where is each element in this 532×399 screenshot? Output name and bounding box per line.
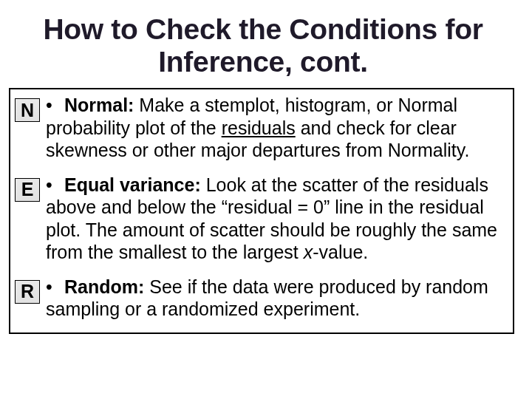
condition-text-random: • Random: See if the data were produced …	[44, 276, 502, 321]
condition-text-normal: • Normal: Make a stemplot, histogram, or…	[44, 94, 502, 162]
term-normal: Normal:	[64, 95, 134, 115]
letter-badge-r: R	[15, 280, 40, 304]
term-equalvar: Equal variance:	[64, 174, 201, 195]
underlined-residuals: residuals	[222, 117, 296, 138]
italic-x: x	[304, 242, 313, 262]
condition-row-normal: N • Normal: Make a stemplot, histogram, …	[13, 92, 510, 166]
slide: How to Check the Conditions for Inferenc…	[0, 0, 532, 399]
condition-row-random: R • Random: See if the data were produce…	[13, 268, 510, 325]
content-box: N • Normal: Make a stemplot, histogram, …	[9, 88, 514, 334]
letter-badge-e: E	[15, 178, 40, 202]
page-title: How to Check the Conditions for Inferenc…	[9, 13, 517, 88]
bullet-dot: •	[46, 94, 59, 117]
condition-row-equalvar: E • Equal variance: Look at the scatter …	[13, 166, 510, 268]
letter-badge-n: N	[15, 98, 40, 122]
term-random: Random:	[64, 276, 144, 297]
bullet-dot: •	[46, 276, 59, 299]
condition-text-equalvar: • Equal variance: Look at the scatter of…	[44, 174, 502, 264]
bullet-dot: •	[46, 174, 59, 197]
text-equalvar-2: -value.	[313, 242, 368, 262]
